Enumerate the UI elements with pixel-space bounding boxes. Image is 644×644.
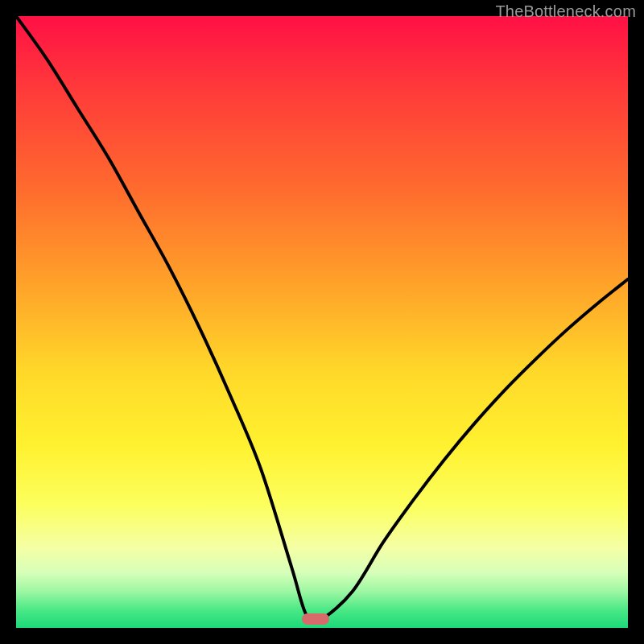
bottleneck-curve — [16, 16, 628, 628]
minimum-marker — [302, 613, 329, 625]
chart-frame: TheBottleneck.com — [0, 0, 644, 644]
watermark-text: TheBottleneck.com — [495, 2, 636, 21]
plot-area — [16, 16, 628, 628]
